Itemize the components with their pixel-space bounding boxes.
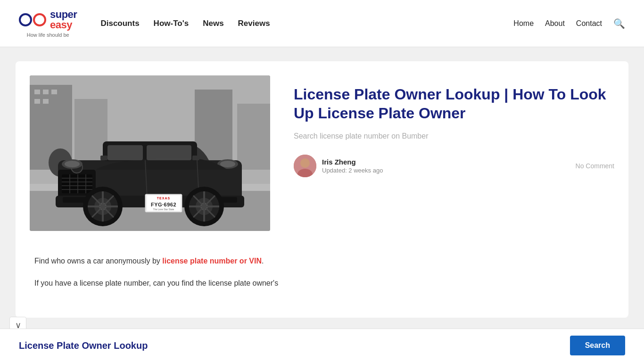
article-subtitle: Search license plate number on Bumber [294, 132, 614, 140]
author-row: Iris Zheng Updated: 2 weeks ago No Comme… [294, 155, 614, 177]
svg-rect-4 [237, 104, 270, 170]
nav-howtos[interactable]: How-To's [154, 19, 189, 28]
article-body: Find who owns a car anonymously by licen… [30, 255, 614, 289]
article-meta: License Plate Owner Lookup | How To Look… [294, 75, 614, 177]
svg-rect-35 [107, 145, 143, 160]
author-updated: Updated: 2 weeks ago [322, 167, 383, 174]
svg-rect-8 [34, 99, 40, 104]
svg-point-29 [220, 161, 235, 167]
nav-home[interactable]: Home [513, 19, 534, 28]
logo-circle-blue [19, 13, 32, 26]
body-p1-link[interactable]: license plate number or VIN [162, 257, 262, 265]
logo-super-text: super [50, 9, 77, 20]
logo-easy-text: easy [50, 20, 77, 30]
svg-rect-7 [51, 90, 57, 94]
logo-icon: super easy [19, 9, 77, 30]
nav-about[interactable]: About [545, 19, 565, 28]
svg-rect-34 [192, 156, 199, 160]
body-paragraph-1: Find who owns a car anonymously by licen… [34, 255, 610, 267]
no-comment-label: No Comment [576, 162, 614, 170]
logo[interactable]: super easy How life should be [19, 9, 77, 38]
search-button[interactable]: 🔍 [613, 18, 625, 29]
main-nav: Discounts How-To's News Reviews [100, 19, 270, 28]
author-details: Iris Zheng Updated: 2 weeks ago [322, 158, 383, 174]
svg-point-61 [300, 158, 310, 168]
svg-rect-9 [43, 99, 49, 104]
body-paragraph-2: If you have a license plate number, can … [34, 277, 610, 289]
svg-text:FYG·6962: FYG·6962 [151, 202, 176, 207]
logo-circles [19, 13, 46, 26]
svg-text:TEXAS: TEXAS [157, 197, 170, 200]
svg-text:The Lone Star State: The Lone Star State [153, 208, 174, 211]
logo-tagline: How life should be [27, 32, 69, 38]
author-info: Iris Zheng Updated: 2 weeks ago [294, 155, 383, 177]
nav-discounts[interactable]: Discounts [100, 19, 139, 28]
svg-rect-17 [62, 174, 92, 193]
search-icon: 🔍 [613, 18, 625, 29]
bottom-bar: License Plate Owner Lookup Search [0, 329, 644, 332]
body-p1-prefix: Find who owns a car anonymously by [34, 257, 162, 265]
site-header: super easy How life should be Discounts … [0, 0, 644, 47]
header-left: super easy How life should be Discounts … [19, 9, 270, 38]
logo-text: super easy [50, 9, 77, 30]
svg-rect-33 [100, 156, 107, 160]
logo-circle-red [33, 13, 46, 26]
svg-rect-5 [34, 90, 40, 94]
body-p1-suffix: . [262, 257, 264, 265]
svg-rect-6 [43, 90, 49, 94]
header-right: Home About Contact 🔍 [513, 18, 625, 29]
nav-reviews[interactable]: Reviews [238, 19, 270, 28]
svg-rect-36 [147, 145, 191, 160]
nav-news[interactable]: News [203, 19, 223, 28]
svg-point-27 [65, 161, 80, 167]
article-image: TEXAS FYG·6962 The Lone Star State [30, 75, 270, 231]
author-name: Iris Zheng [322, 158, 383, 166]
avatar [294, 155, 316, 177]
main-content: TEXAS FYG·6962 The Lone Star State Licen… [16, 61, 628, 318]
article-top: TEXAS FYG·6962 The Lone Star State Licen… [30, 75, 614, 231]
nav-contact[interactable]: Contact [576, 19, 602, 28]
article-title: License Plate Owner Lookup | How To Look… [294, 85, 614, 123]
